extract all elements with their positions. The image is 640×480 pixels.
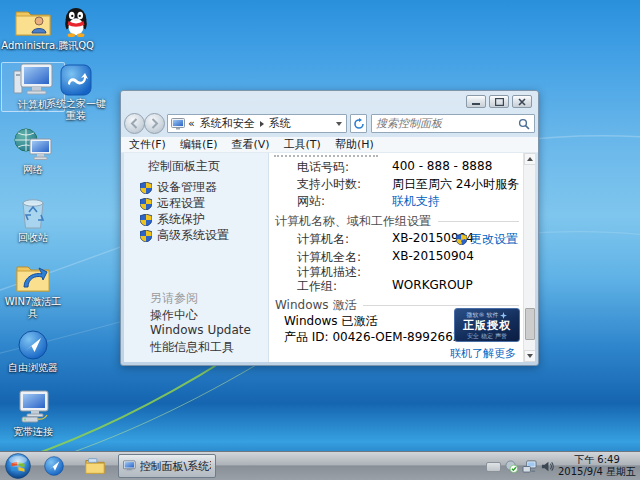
search-box[interactable] [371, 114, 535, 133]
change-settings-label: 更改设置 [470, 231, 518, 248]
sidebar-item-system-protection[interactable]: 系统保护 [140, 211, 205, 228]
arrow-down-icon [527, 354, 533, 358]
clock-time: 下午 6:49 [556, 454, 638, 466]
genuine-software-badge[interactable]: 微软® 软件 正版授权 安全 稳定 声誉 [454, 308, 520, 342]
start-button[interactable] [5, 453, 31, 479]
website-label: 网站: [297, 193, 325, 210]
clipped-scrolled-text [274, 154, 378, 157]
sidebar-item-remote-settings[interactable]: 远程设置 [140, 195, 205, 212]
menu-help[interactable]: 帮助(H) [335, 137, 374, 152]
title-bar[interactable] [121, 91, 538, 111]
scrollbar-thumb[interactable] [525, 308, 535, 340]
scroll-down-button[interactable] [524, 350, 535, 362]
search-icon [518, 118, 530, 130]
close-button[interactable] [512, 95, 532, 108]
desktop-icon-label: 自由浏览器 [1, 362, 65, 374]
computer-name-section-header: 计算机名称、域和工作组设置 [275, 213, 431, 230]
forward-button[interactable] [144, 113, 165, 134]
content-pane: 电话号码: 400 - 888 - 8888 支持小时数: 周日至周六 24小时… [270, 153, 523, 362]
desktop-icon-recycle-bin[interactable]: 回收站 [1, 196, 65, 244]
refresh-button[interactable] [350, 114, 367, 133]
network-tray-icon[interactable] [522, 460, 537, 473]
desktop-icon-network[interactable]: 网络 [1, 128, 65, 176]
browser-compass-icon [1, 326, 65, 360]
vertical-scrollbar[interactable] [523, 153, 535, 362]
sidebar-item-action-center[interactable]: 操作中心 [150, 307, 198, 324]
desktop-icon-syshome-reinstall[interactable]: 系统之家一键重装 [44, 62, 108, 122]
sidebar-item-device-manager[interactable]: 设备管理器 [140, 179, 217, 196]
uac-shield-icon [456, 234, 467, 245]
sidebar-item-label: 设备管理器 [157, 179, 217, 196]
desktop-icon-qq[interactable]: 腾讯QQ [44, 4, 108, 52]
desktop-icon-win7-activator[interactable]: WIN7激活工具 [1, 260, 65, 320]
activator-folder-icon [1, 260, 65, 294]
change-settings-link[interactable]: 更改设置 [456, 231, 518, 248]
sidebar-item-control-panel-home[interactable]: 控制面板主页 [148, 158, 220, 175]
taskbar-task-label: 控制面板\系统和... [140, 459, 211, 474]
navigation-bar: « 系统和安全 系统 [121, 111, 538, 137]
search-input[interactable] [372, 117, 518, 130]
section-rule [438, 221, 519, 222]
desktop-icon-broadband[interactable]: 宽带连接 [1, 390, 65, 438]
menu-bar: 文件(F) 编辑(E) 查看(V) 工具(T) 帮助(H) [121, 137, 538, 153]
menu-tools[interactable]: 工具(T) [284, 137, 321, 152]
windows-activation-section-header: Windows 激活 [275, 297, 356, 314]
sidebar-item-windows-update[interactable]: Windows Update [150, 323, 251, 337]
workgroup-label: 工作组: [297, 278, 337, 295]
arrow-up-icon [527, 157, 533, 161]
sidebar-item-label: 系统保护 [157, 211, 205, 228]
maximize-button[interactable] [489, 95, 509, 108]
workgroup-value: WORKGROUP [392, 278, 473, 292]
desktop-icon-label: 回收站 [1, 232, 65, 244]
sparkle-star-icon [500, 312, 507, 319]
support-hours-value: 周日至周六 24小时服务 [392, 176, 519, 193]
taskbar-task-control-panel[interactable]: 控制面板\系统和... [118, 454, 216, 478]
show-hidden-icons-button[interactable] [486, 462, 501, 472]
syshome-app-icon [44, 62, 108, 96]
desktop-icon-browser[interactable]: 自由浏览器 [1, 326, 65, 374]
system-tray [486, 452, 554, 480]
window-main-area: 控制面板主页 设备管理器 远程设置 系统保护 高级系统设置 另请参阅 [124, 153, 535, 362]
back-button[interactable] [124, 113, 145, 134]
phone-label: 电话号码: [297, 159, 349, 176]
quicklaunch-browser[interactable] [44, 456, 64, 480]
breadcrumb-current[interactable]: 系统 [269, 116, 291, 131]
breadcrumb-separator-icon [260, 121, 264, 127]
network-icon [1, 128, 65, 162]
address-bar[interactable]: « 系统和安全 系统 [167, 114, 347, 133]
phone-value: 400 - 888 - 8888 [392, 159, 492, 173]
learn-more-online-link[interactable]: 联机了解更多内容... [450, 346, 523, 362]
minimize-button[interactable] [466, 95, 486, 108]
breadcrumb-root[interactable]: 系统和安全 [200, 116, 255, 131]
section-rule [363, 305, 519, 306]
online-support-link[interactable]: 联机支持 [392, 193, 440, 210]
see-also-header: 另请参阅 [150, 290, 198, 307]
computer-name-label: 计算机名: [297, 231, 349, 248]
sidebar-item-advanced-system-settings[interactable]: 高级系统设置 [140, 227, 229, 244]
desktop-icon-label: WIN7激活工具 [1, 296, 65, 320]
uac-shield-icon [140, 182, 152, 194]
system-window: « 系统和安全 系统 文件(F) 编辑(E) 查看(V) 工具(T) 帮助(H) [120, 90, 539, 366]
sidebar: 控制面板主页 设备管理器 远程设置 系统保护 高级系统设置 另请参阅 [124, 153, 269, 362]
volume-tray-icon[interactable] [541, 460, 554, 473]
badge-bottom-text: 安全 稳定 声誉 [455, 332, 519, 341]
menu-edit[interactable]: 编辑(E) [180, 137, 218, 152]
badge-main-text: 正版授权 [455, 320, 519, 332]
uac-shield-icon [140, 230, 152, 242]
sidebar-item-label: 高级系统设置 [157, 227, 229, 244]
browser-compass-icon [44, 456, 64, 476]
breadcrumb-chevrons[interactable]: « [188, 117, 195, 130]
sidebar-item-label: 远程设置 [157, 195, 205, 212]
address-dropdown-button[interactable] [332, 122, 346, 126]
sidebar-item-performance-tools[interactable]: 性能信息和工具 [150, 339, 234, 356]
quicklaunch-explorer[interactable] [84, 455, 106, 480]
folder-icon [84, 455, 106, 477]
taskbar-clock[interactable]: 下午 6:49 2015/9/4 星期五 [556, 454, 638, 478]
menu-view[interactable]: 查看(V) [231, 137, 269, 152]
desktop-icon-label: 宽带连接 [1, 426, 65, 438]
uac-shield-icon [140, 214, 152, 226]
security-check-tray-icon[interactable] [505, 460, 518, 473]
menu-file[interactable]: 文件(F) [129, 137, 166, 152]
computer-fullname-value: XB-20150904 [392, 249, 474, 263]
scroll-up-button[interactable] [524, 153, 535, 165]
